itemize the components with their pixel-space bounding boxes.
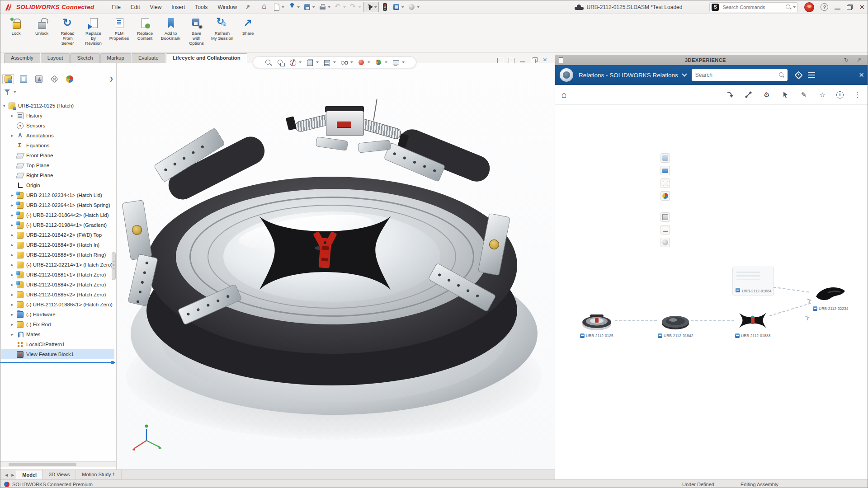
tree-horizontal-scrollbar[interactable] [0, 461, 116, 467]
help-icon[interactable]: ? [821, 3, 828, 11]
expand-icon[interactable]: ▸ [11, 292, 17, 297]
tag-icon[interactable] [794, 71, 802, 79]
scrollbar-thumb[interactable] [9, 463, 76, 466]
dropdown-icon[interactable] [385, 61, 387, 63]
expand-icon[interactable]: ▸ [11, 233, 17, 237]
graph-node[interactable]: URB-2112-0125 [580, 310, 613, 338]
manager-pane-next-icon[interactable]: ❯ [109, 76, 114, 82]
forum-icon[interactable] [660, 238, 670, 247]
edit-pencil-icon[interactable]: ✎ [799, 90, 808, 99]
tree-filter[interactable] [4, 89, 16, 95]
view-settings-icon[interactable] [391, 58, 406, 67]
tree-item[interactable]: ▸(-) Fix Rod [1, 319, 114, 329]
panel-search-input[interactable] [694, 71, 778, 79]
dropdown-icon[interactable] [401, 6, 404, 8]
explore-down-icon[interactable] [725, 90, 734, 99]
menu-tools[interactable]: Tools [190, 2, 212, 12]
tree-root[interactable]: ▾URB-2112-0125 (Hatch) [1, 101, 114, 111]
bottom-tab-motion-study-1[interactable]: Motion Study 1 [76, 470, 121, 479]
options-icon[interactable] [391, 2, 406, 12]
tree-item[interactable]: Top Plane [1, 160, 114, 170]
window-minimize-icon[interactable] [519, 57, 526, 63]
tree-item[interactable]: ▸URB-2112-01884<2> (Hatch Zero) [1, 280, 114, 290]
appearance-sphere-icon[interactable] [406, 2, 421, 12]
file-explorer-icon[interactable] [660, 178, 670, 188]
tree-item[interactable]: View Feature Block1 [1, 349, 114, 359]
expand-icon[interactable]: ▸ [11, 312, 17, 317]
tree-item[interactable]: ▸URB-2112-01884<3> (Hatch In) [1, 240, 114, 250]
tab-markup[interactable]: Markup [100, 53, 131, 63]
print-icon[interactable] [317, 2, 332, 12]
threedexperience-pane-icon[interactable] [660, 153, 670, 163]
home-icon[interactable]: ⌂ [561, 90, 566, 100]
design-library-icon[interactable] [660, 166, 670, 175]
tab-assembly[interactable]: Assembly [4, 53, 40, 63]
tab-sketch[interactable]: Sketch [70, 53, 99, 63]
select-arrow-icon[interactable] [363, 2, 379, 12]
expand-icon[interactable]: ▸ [11, 133, 17, 138]
displaymanager-icon[interactable] [64, 74, 75, 84]
filter-funnel-icon[interactable] [4, 89, 10, 95]
dropdown-icon[interactable] [350, 61, 353, 63]
dropdown-icon[interactable] [417, 6, 420, 8]
graph-node-placeholder[interactable]: URB-2112-01884 [732, 267, 774, 296]
expand-icon[interactable]: ▸ [11, 332, 17, 337]
dropdown-icon[interactable] [333, 61, 336, 63]
threedexperience-compass-icon[interactable] [560, 68, 573, 82]
spider-wing-thumbnail[interactable] [736, 308, 769, 332]
tree-item[interactable]: ▸(-) Hardware [1, 310, 114, 319]
save-with-options-button[interactable]: Save with Options [184, 16, 209, 46]
undo-icon[interactable] [333, 2, 347, 12]
search-scope-icon[interactable]: S [712, 4, 719, 11]
add-to-bookmark-button[interactable]: Add to Bookmark [158, 16, 184, 41]
favorite-star-icon[interactable]: ☆ [818, 90, 827, 99]
tree-item[interactable]: ▸URB-2112-01888<5> (Hatch Ring) [1, 250, 114, 260]
tree-item[interactable]: ▸URB-2112-02264<1> (Hatch Spring) [1, 200, 114, 210]
propertymanager-icon[interactable] [18, 74, 29, 84]
search-dropdown-icon[interactable] [793, 6, 796, 8]
panel-pin-icon[interactable] [856, 57, 862, 63]
tree-item[interactable]: Origin [1, 180, 114, 190]
rebuild-traffic-light-icon[interactable] [380, 2, 390, 12]
bottom-tab-3d-views[interactable]: 3D Views [43, 470, 76, 479]
display-style-icon[interactable] [322, 58, 337, 67]
panel-search[interactable] [692, 69, 788, 81]
bottom-tab-model[interactable]: Model [16, 470, 43, 479]
tree-item[interactable]: ▸URB-2112-01842<2> (FWD) Top [1, 230, 114, 240]
window-cascade-icon[interactable] [531, 57, 538, 63]
filter-dropdown-icon[interactable] [14, 91, 16, 93]
dropdown-icon[interactable] [299, 61, 302, 63]
tab-scroll-right-icon[interactable]: ▶ [9, 471, 16, 479]
dropdown-icon[interactable] [297, 6, 300, 8]
edit-appearance-icon[interactable] [357, 58, 371, 67]
user-avatar[interactable] [804, 2, 814, 12]
menu-insert[interactable]: Insert [166, 2, 190, 12]
panel-search-icon[interactable] [778, 72, 785, 78]
view-palette-icon[interactable] [660, 225, 670, 235]
search-icon[interactable] [785, 4, 792, 10]
tree-item[interactable]: Right Plane [1, 170, 114, 180]
replace-content-button[interactable]: Replace Content [132, 16, 158, 41]
dropdown-icon[interactable] [374, 6, 377, 8]
dropdown-icon[interactable] [368, 61, 370, 63]
menu-window[interactable]: Window [212, 2, 242, 12]
tree-item[interactable]: Front Plane [1, 150, 114, 160]
command-search-input[interactable] [722, 4, 785, 10]
pin-menu-icon[interactable] [245, 4, 251, 10]
save-icon[interactable] [302, 2, 316, 12]
menu-edit[interactable]: Edit [126, 2, 145, 12]
relations-graph-canvas[interactable]: URB-2112-0125URB-2112-01842URB-2112-0188… [555, 105, 868, 480]
tree-item[interactable]: ▸Mates [1, 329, 114, 339]
expand-icon[interactable]: ▸ [11, 243, 17, 247]
unlock-button[interactable]: Unlock [29, 16, 55, 36]
apply-scene-icon[interactable] [374, 58, 388, 67]
panel-close-icon[interactable]: × [859, 71, 864, 79]
menu-file[interactable]: File [107, 2, 126, 12]
settings-gear-icon[interactable]: ⚙ [762, 90, 771, 99]
home-icon[interactable] [260, 2, 270, 12]
panel-splitter-handle[interactable] [112, 252, 116, 280]
replace-by-revision-button[interactable]: Replace By Revision [80, 16, 106, 46]
tab-evaluate[interactable]: Evaluate [132, 53, 165, 63]
restore-icon[interactable] [847, 5, 853, 10]
expand-icon[interactable]: ▸ [11, 302, 17, 307]
